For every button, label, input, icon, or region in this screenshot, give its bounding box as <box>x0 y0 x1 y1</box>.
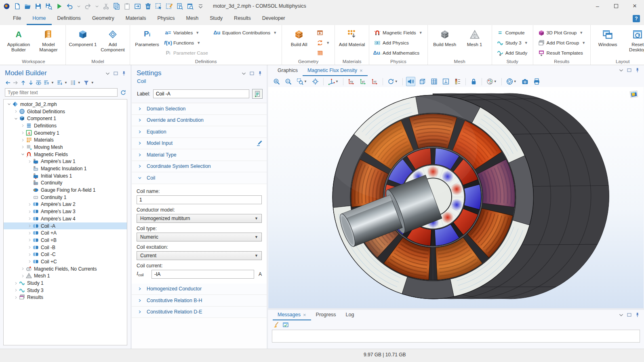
expander-icon[interactable] <box>27 260 32 263</box>
tree-item-continuity[interactable]: D×Continuity <box>4 180 127 187</box>
add-material-button[interactable]: Add Material <box>337 27 366 47</box>
tree-item-coil-b[interactable]: Coil -B <box>4 244 127 251</box>
menu-item-physics[interactable]: Physics <box>152 12 180 25</box>
section-coil[interactable]: Coil <box>132 172 267 184</box>
expander-icon[interactable] <box>20 124 25 127</box>
move-down-icon[interactable] <box>28 80 34 86</box>
zoom-extents-button[interactable] <box>311 77 320 86</box>
compute-button[interactable]: =Compute <box>495 28 530 38</box>
label-input[interactable] <box>153 89 249 98</box>
section-constitutive-relation-b-h[interactable]: Constitutive Relation B-H <box>132 295 267 307</box>
pin-icon[interactable] <box>121 71 126 76</box>
expander-icon[interactable] <box>27 203 32 206</box>
tree-item-moving-mesh[interactable]: Moving Mesh <box>4 144 127 151</box>
expander-icon[interactable] <box>20 145 25 149</box>
menu-item-results[interactable]: Results <box>228 12 257 25</box>
close-button[interactable]: × <box>625 0 644 12</box>
parameters-button[interactable]: PiParameters <box>133 27 162 47</box>
refresh-icon[interactable] <box>120 89 126 96</box>
expander-icon[interactable] <box>27 160 32 163</box>
study-3-button[interactable]: Study 3▼ <box>495 38 530 48</box>
expander-icon[interactable] <box>13 282 19 285</box>
snapshot-button[interactable] <box>520 77 530 86</box>
find-icon[interactable] <box>176 3 183 10</box>
chevron-down-icon[interactable]: ▼ <box>304 80 307 83</box>
model-manager-button[interactable]: Model Manager <box>34 27 63 53</box>
add-component-button[interactable]: Add Component <box>98 27 127 53</box>
tree-item-amp-re-s-law-3[interactable]: Ampère's Law 3 <box>4 208 127 215</box>
zoom-in-button[interactable] <box>272 77 281 86</box>
caret-sm[interactable] <box>95 3 99 10</box>
functions-button[interactable]: f(x)Functions▼ <box>162 38 210 48</box>
expander-icon[interactable] <box>20 152 25 156</box>
expander-icon[interactable] <box>20 274 25 278</box>
open-file-icon[interactable] <box>24 3 31 10</box>
lock-button[interactable] <box>469 77 478 86</box>
equation-contributions-button[interactable]: ΔuEquation Contributions▼ <box>211 28 279 38</box>
tree-item-global-definitions[interactable]: Global Definitions <box>4 108 127 115</box>
view-yz-button[interactable]: yz <box>358 77 368 86</box>
pin-icon[interactable] <box>257 71 263 76</box>
section-constitutive-relation-d-e[interactable]: Constitutive Relation D-E <box>132 307 267 318</box>
chevron-down-icon[interactable]: ▼ <box>91 81 94 85</box>
menu-item-definitions[interactable]: Definitions <box>52 12 86 25</box>
scene-light-button[interactable] <box>406 77 415 86</box>
float-icon[interactable] <box>249 71 255 76</box>
delete-icon[interactable] <box>145 3 152 10</box>
menu-item-study[interactable]: Study <box>204 12 228 25</box>
section-homogenized-conductor[interactable]: Homogenized Conductor <box>132 284 267 295</box>
panel-menu-icon[interactable] <box>619 68 624 73</box>
panel-menu-icon[interactable] <box>241 71 246 76</box>
maximize-button[interactable] <box>607 0 625 12</box>
build-all-button[interactable]: Build All <box>284 27 314 47</box>
tree-item-magnetic-fields[interactable]: +−Magnetic Fields <box>4 151 127 158</box>
coil-name-input[interactable] <box>137 195 262 204</box>
section-domain-selection[interactable]: Domain Selection <box>132 103 267 115</box>
expand-all-icon[interactable] <box>57 80 63 86</box>
add-plot-group-button[interactable]: Add Plot Group▼ <box>536 38 588 48</box>
section-model-input[interactable]: Model Input <box>132 138 267 150</box>
menu-item-materials[interactable]: Materials <box>120 12 152 25</box>
axis-indicator-button[interactable] <box>441 77 450 86</box>
tree-item-geometry-1[interactable]: AGeometry 1 <box>4 129 127 137</box>
float-icon[interactable] <box>113 71 118 76</box>
color-legend-button[interactable] <box>453 77 462 86</box>
edit-variable-icon[interactable] <box>256 140 263 146</box>
expander-icon[interactable] <box>27 224 32 228</box>
expander-icon[interactable] <box>20 138 25 142</box>
tree-item-study-3[interactable]: Study 3 <box>4 287 127 294</box>
expander-icon[interactable] <box>27 253 32 256</box>
coil-excitation-select[interactable]: Current▼ <box>137 251 262 260</box>
menu-item-mesh[interactable]: Mesh <box>181 12 204 25</box>
graphics-canvas[interactable] <box>268 87 644 308</box>
paste-icon[interactable] <box>124 3 130 10</box>
tab-progress[interactable]: Progress <box>311 310 341 320</box>
tree-item-initial-values-1[interactable]: DInitial Values 1 <box>4 172 127 180</box>
caret-sm[interactable] <box>77 3 81 10</box>
chevron-down-icon[interactable]: ▼ <box>494 80 497 83</box>
tab-log[interactable]: Log <box>341 310 359 320</box>
import-geometry-button[interactable] <box>314 28 332 38</box>
chevron-down-icon[interactable]: ▼ <box>51 81 54 85</box>
chevron-down-icon[interactable]: ▼ <box>395 80 398 83</box>
image-settings-button[interactable]: ▼ <box>485 77 498 86</box>
expander-icon[interactable] <box>13 110 19 113</box>
chevron-down-icon[interactable]: ▼ <box>514 80 517 83</box>
node-text-icon[interactable] <box>70 80 76 86</box>
expander-icon[interactable] <box>13 288 19 292</box>
open-table-icon[interactable] <box>282 322 289 328</box>
help-button[interactable]: ? <box>633 15 640 22</box>
add-mathematics-button[interactable]: Δu↓Add Mathematics <box>372 48 425 58</box>
print-button[interactable] <box>532 77 541 86</box>
close-tab-icon[interactable]: × <box>303 312 306 318</box>
tree-item-coil-c[interactable]: Coil +C <box>4 258 127 265</box>
float-icon[interactable] <box>627 68 632 73</box>
tree-item-definitions[interactable]: Definitions <box>4 122 127 129</box>
undo-icon[interactable] <box>66 3 73 10</box>
tree-item-study-1[interactable]: Study 1 <box>4 279 127 287</box>
panel-menu-icon[interactable] <box>105 71 110 76</box>
conductor-model-select[interactable]: Homogenized multiturn▼ <box>137 214 262 223</box>
tree-item-coil-a[interactable]: Coil -A <box>4 222 127 230</box>
filter-icon[interactable] <box>83 80 89 86</box>
expander-icon[interactable] <box>27 246 32 249</box>
